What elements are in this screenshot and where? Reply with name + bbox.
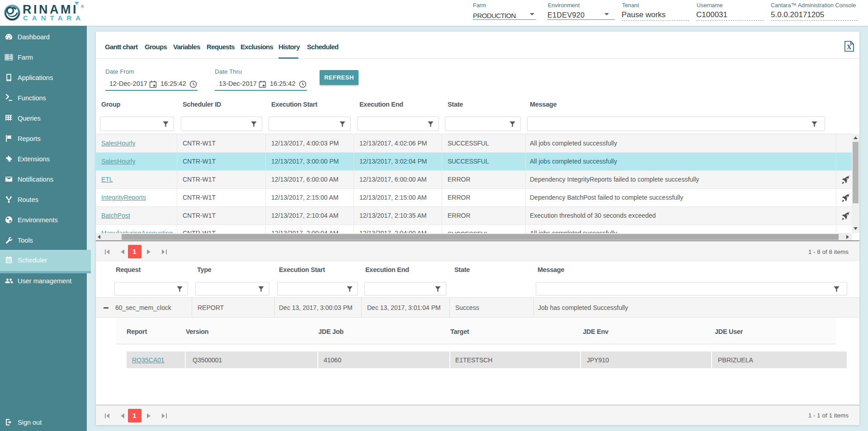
svg-text:X: X	[847, 44, 851, 51]
